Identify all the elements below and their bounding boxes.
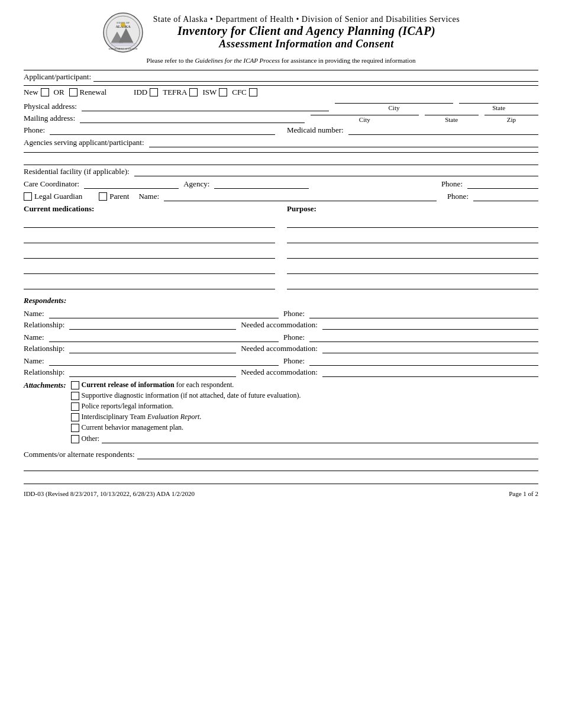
tefra-label: TEFRA <box>163 88 187 97</box>
comments-extra-lines <box>24 462 538 484</box>
parent-checkbox[interactable] <box>99 192 107 201</box>
resp1-accom-field[interactable] <box>322 320 538 330</box>
guardian-name-field[interactable] <box>164 192 437 201</box>
new-checkbox-item: New <box>24 88 49 97</box>
resp1-rel-field[interactable] <box>69 320 236 330</box>
state-seal-icon: STATE OF ALASKA DEPARTMENT OF HEALTH <box>102 12 144 53</box>
med-line-2[interactable] <box>24 231 275 243</box>
med-line-1[interactable] <box>24 216 275 228</box>
isw-checkbox[interactable] <box>219 88 227 96</box>
resp1-accom-label: Needed accommodation: <box>241 320 318 330</box>
tefra-checkbox[interactable] <box>189 88 198 96</box>
care-coordinator-field[interactable] <box>84 179 179 189</box>
purpose-line-1[interactable] <box>287 216 538 228</box>
resp3-accom-field[interactable] <box>322 368 538 377</box>
resp2-rel-accom: Relationship: Needed accommodation: <box>24 344 538 353</box>
phone2-label: Phone: <box>441 179 463 189</box>
comments-line-2[interactable] <box>24 462 538 471</box>
resp2-rel-label: Relationship: <box>24 344 64 353</box>
care-coordinator-label: Care Coordinator: <box>24 179 79 189</box>
attachment-4-checkbox[interactable] <box>71 413 79 421</box>
resp2-accom-field[interactable] <box>322 344 538 353</box>
attachment-2-checkbox[interactable] <box>71 392 79 400</box>
resp1-rel-label: Relationship: <box>24 320 64 330</box>
purpose-line-3[interactable] <box>287 247 538 259</box>
idd-checkbox[interactable] <box>150 88 158 96</box>
attachment-other-item: Other: <box>71 434 538 443</box>
comments-field[interactable] <box>137 450 538 459</box>
comments-line-3[interactable] <box>24 475 538 484</box>
resp3-rel-field[interactable] <box>69 368 236 377</box>
attachment-3-checkbox[interactable] <box>71 402 79 411</box>
resp2-name-phone: Name: Phone: <box>24 333 538 342</box>
mailing-zip-field[interactable] <box>485 115 538 115</box>
attachment-other-field[interactable] <box>102 434 538 443</box>
purpose-line-4[interactable] <box>287 262 538 274</box>
or-checkbox-item: Renewal <box>69 88 106 97</box>
attachment-4-text: Interdisciplinary Team Evaluation Report… <box>82 413 202 421</box>
respondents-section: Respondents: Name: Phone: Relationship: … <box>24 296 538 377</box>
medicaid-group: Medicaid number: <box>287 125 538 135</box>
mailing-zip-label: Zip <box>485 116 538 123</box>
resp2-name-group: Name: <box>24 333 279 342</box>
agencies-field[interactable] <box>149 138 538 147</box>
resp1-name-field[interactable] <box>49 309 279 318</box>
physical-state-field[interactable] <box>459 103 538 104</box>
mailing-address-field[interactable] <box>80 114 305 123</box>
resp1-accom-group: Needed accommodation: <box>241 320 538 330</box>
applicant-field[interactable] <box>93 72 538 82</box>
phone-field[interactable] <box>50 125 275 135</box>
header-text: State of Alaska • Department of Health •… <box>153 15 460 50</box>
attachment-other-checkbox[interactable] <box>71 435 79 443</box>
header-line2: Inventory for Client and Agency Planning… <box>153 24 460 38</box>
new-checkbox[interactable] <box>41 88 49 96</box>
resp2-phone-field[interactable] <box>309 333 538 342</box>
comments-row: Comments/or alternate respondents: <box>24 450 538 459</box>
phone2-field[interactable] <box>467 179 538 189</box>
mailing-address-row: Mailing address: City State Zip <box>24 114 538 123</box>
resp3-name-label: Name: <box>24 356 44 366</box>
purpose-line-5[interactable] <box>287 278 538 289</box>
guardian-phone-field[interactable] <box>473 192 538 201</box>
resp2-phone-label: Phone: <box>283 333 305 342</box>
attachment-1-checkbox[interactable] <box>71 381 79 389</box>
resp1-phone-group: Phone: <box>283 309 538 318</box>
med-line-3[interactable] <box>24 247 275 259</box>
resp1-phone-label: Phone: <box>283 309 305 318</box>
med-line-4[interactable] <box>24 262 275 274</box>
agency-field[interactable] <box>214 179 309 189</box>
resp3-phone-field[interactable] <box>309 356 538 366</box>
residential-field[interactable] <box>134 167 538 176</box>
isw-label: ISW <box>202 88 217 97</box>
cfc-checkbox-item: CFC <box>232 88 257 97</box>
guardian-name-group: Name: <box>138 192 436 201</box>
med-line-5[interactable] <box>24 278 275 289</box>
mailing-city-field[interactable] <box>311 115 418 115</box>
svg-point-0 <box>104 13 143 52</box>
isw-checkbox-item: ISW <box>202 88 227 97</box>
resp2-name-field[interactable] <box>49 333 279 342</box>
comments-label: Comments/or alternate respondents: <box>24 450 135 459</box>
phone-group2: Phone: <box>441 179 538 189</box>
attachment-5-checkbox[interactable] <box>71 424 79 432</box>
resp3-rel-group: Relationship: <box>24 368 236 377</box>
physical-address-label: Physical address: <box>24 102 77 111</box>
resp1-phone-field[interactable] <box>309 309 538 318</box>
resp3-rel-accom: Relationship: Needed accommodation: <box>24 368 538 377</box>
svg-text:DEPARTMENT OF HEALTH: DEPARTMENT OF HEALTH <box>108 47 137 50</box>
legal-guardian-checkbox[interactable] <box>24 192 32 201</box>
resp1-name-group: Name: <box>24 309 279 318</box>
svg-point-6 <box>121 22 125 27</box>
or-checkbox[interactable] <box>69 88 77 96</box>
respondent-3-row: Name: Phone: Relationship: Needed accomm… <box>24 356 538 377</box>
resp3-accom-group: Needed accommodation: <box>241 368 538 377</box>
physical-city-field[interactable] <box>335 103 454 104</box>
cfc-checkbox[interactable] <box>249 88 257 96</box>
physical-address-field[interactable] <box>82 102 329 111</box>
mailing-state-field[interactable] <box>425 115 479 115</box>
resp2-rel-field[interactable] <box>69 344 236 353</box>
agencies-divider2 <box>24 165 538 165</box>
purpose-line-2[interactable] <box>287 231 538 243</box>
medicaid-field[interactable] <box>348 125 538 135</box>
resp3-name-field[interactable] <box>49 356 279 366</box>
